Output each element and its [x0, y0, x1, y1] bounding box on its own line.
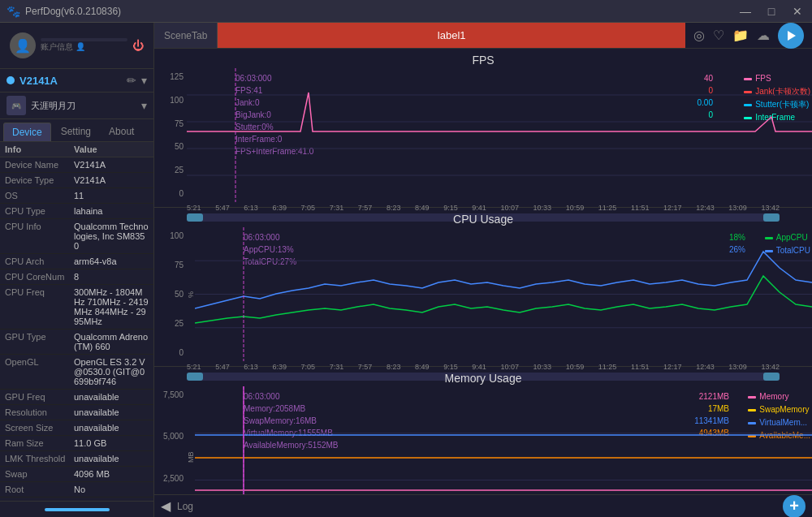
info-row: OS11: [0, 188, 153, 204]
cpu-y-unit: %: [187, 227, 195, 361]
window-controls: — □ ✕: [737, 5, 806, 18]
folder-icon[interactable]: 📁: [732, 28, 749, 43]
main-layout: 👤 账户信息 👤 ⏻ V2141A ✏ ▾ 🎮 天涯明月刀 ▾ Device S: [0, 23, 812, 517]
info-row: Screen Sizeunavailable: [0, 420, 153, 436]
scroll-indicator: [45, 508, 110, 511]
maximize-btn[interactable]: □: [763, 5, 780, 18]
info-row: CPU Typelahaina: [0, 204, 153, 219]
titlebar: 🐾 PerfDog(v6.0.210836) — □ ✕: [0, 0, 812, 23]
account-label: 账户信息 👤: [41, 41, 127, 53]
log-label: Log: [177, 501, 193, 512]
info-row: Device NameV2141A: [0, 157, 153, 173]
minimize-btn[interactable]: —: [737, 5, 754, 18]
heart-icon[interactable]: ♡: [713, 28, 724, 43]
topbar: SceneTab label1 ◎ ♡ 📁 ☁: [154, 23, 812, 49]
fps-y-axis: 125 100 75 50 25 0: [154, 68, 187, 202]
device-indicator: [6, 76, 15, 84]
topbar-icons: ◎ ♡ 📁 ☁: [685, 23, 812, 49]
info-row: CPU Freq300MHz - 1804MHz 710MHz - 2419MH…: [0, 285, 153, 330]
device-dropdown-icon[interactable]: ▾: [141, 74, 147, 87]
info-row: GPU TypeQualcomm Adreno (TM) 660: [0, 330, 153, 355]
info-row: Ram Size11.0 GB: [0, 436, 153, 451]
user-info: 账户信息 👤: [41, 38, 127, 53]
memory-title: Memory Usage: [154, 370, 812, 386]
info-header: Info Value: [0, 142, 153, 157]
info-row: GPU Frequnavailable: [0, 390, 153, 405]
cpu-y-axis: 100 75 50 25 0: [154, 227, 187, 361]
info-row: LMK Thresholdunavailable: [0, 451, 153, 467]
memory-y-unit: MB: [187, 386, 195, 494]
cpu-svg-area[interactable]: 06:03:000 AppCPU:13% TotalCPU:27% AppCPU…: [195, 227, 812, 361]
sidebar: 👤 账户信息 👤 ⏻ V2141A ✏ ▾ 🎮 天涯明月刀 ▾ Device S: [0, 23, 154, 517]
sidebar-tabs: Device Setting About: [0, 119, 153, 142]
cloud-icon[interactable]: ☁: [757, 28, 770, 43]
avatar: 👤: [10, 32, 36, 58]
fps-chart: FPS 125 100 75 50 25 0 06:03:000: [154, 49, 812, 208]
game-dropdown-icon[interactable]: ▾: [141, 99, 147, 112]
label-tab[interactable]: label1: [218, 23, 685, 48]
sidebar-bottom: [0, 501, 153, 517]
fps-chart-area: 125 100 75 50 25 0 06:03:000 FPS:41 Jank…: [154, 68, 812, 202]
app-title: PerfDog(v6.0.210836): [25, 6, 121, 17]
device-edit-icon[interactable]: ✏: [127, 74, 136, 87]
user-row: 👤 账户信息 👤 ⏻: [6, 29, 147, 62]
info-row: OpenGLOpenGL ES 3.2 V@0530.0 (GIT@0699b9…: [0, 355, 153, 390]
tab-setting[interactable]: Setting: [53, 123, 99, 141]
cpu-chart-area: 100 75 50 25 0 % 06:03:000 AppCPU:13% To…: [154, 227, 812, 361]
scene-tab[interactable]: SceneTab: [154, 23, 218, 48]
tab-about[interactable]: About: [101, 123, 142, 141]
device-name: V2141A: [19, 75, 122, 87]
fps-svg-area[interactable]: 06:03:000 FPS:41 Jank:0 BigJank:0 Stutte…: [187, 68, 812, 202]
memory-graph[interactable]: [195, 386, 812, 494]
app-icon: 🐾: [6, 5, 20, 18]
info-row: Device TypeV2141A: [0, 173, 153, 188]
bottombar: ◀ Log +: [154, 494, 812, 517]
game-row[interactable]: 🎮 天涯明月刀 ▾: [0, 93, 153, 119]
info-col-key: Info: [5, 144, 74, 154]
info-col-val: Value: [74, 144, 149, 154]
info-row: Swap4096 MB: [0, 467, 153, 482]
content: SceneTab label1 ◎ ♡ 📁 ☁ FPS 125 100: [154, 23, 812, 517]
play-button[interactable]: [778, 23, 804, 49]
fps-graph[interactable]: [187, 68, 812, 202]
target-icon[interactable]: ◎: [693, 28, 705, 43]
tab-device[interactable]: Device: [3, 123, 51, 141]
info-row: CPU Archarm64-v8a: [0, 254, 153, 269]
cpu-chart: CPU Usage 100 75 50 25 0 % 06:03:000 App…: [154, 208, 812, 367]
cpu-title: CPU Usage: [154, 211, 812, 227]
plus-icon: +: [789, 497, 799, 515]
title-section: 🐾 PerfDog(v6.0.210836): [6, 5, 121, 18]
info-row: Resolutionunavailable: [0, 405, 153, 420]
charts-area: FPS 125 100 75 50 25 0 06:03:000: [154, 49, 812, 494]
user-section: 👤 账户信息 👤 ⏻: [0, 23, 153, 69]
device-row[interactable]: V2141A ✏ ▾: [0, 69, 153, 93]
play-icon: [788, 31, 796, 41]
info-row: CPU CoreNum8: [0, 269, 153, 285]
memory-chart: Memory Usage 7,500 5,000 2,500 0 MB 06:0…: [154, 367, 812, 494]
fps-title: FPS: [154, 52, 812, 68]
game-avatar: 🎮: [6, 96, 26, 115]
memory-chart-area: 7,500 5,000 2,500 0 MB 06:03:000 Memory:…: [154, 386, 812, 494]
info-row: RootNo: [0, 482, 153, 498]
memory-y-axis: 7,500 5,000 2,500 0: [154, 386, 187, 494]
add-button[interactable]: +: [783, 495, 806, 518]
close-btn[interactable]: ✕: [789, 5, 806, 18]
power-icon[interactable]: ⏻: [132, 39, 144, 52]
cpu-graph[interactable]: [195, 227, 812, 361]
game-name: 天涯明月刀: [31, 100, 136, 112]
info-table: Info Value Device NameV2141ADevice TypeV…: [0, 142, 153, 501]
memory-svg-area[interactable]: 06:03:000 Memory:2058MB SwapMemory:16MB …: [195, 386, 812, 494]
info-row: CPU InfoQualcomm Technologies, Inc SM835…: [0, 219, 153, 254]
prev-btn[interactable]: ◀: [161, 498, 171, 514]
